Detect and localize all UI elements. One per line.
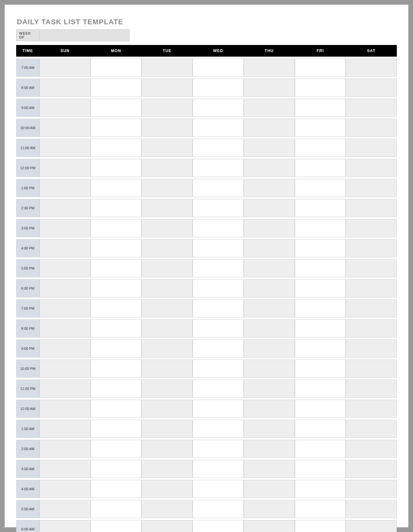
task-cell[interactable]	[346, 480, 397, 498]
task-cell[interactable]	[346, 380, 397, 398]
task-cell[interactable]	[193, 139, 244, 157]
task-cell[interactable]	[346, 460, 397, 478]
task-cell[interactable]	[91, 159, 142, 177]
task-cell[interactable]	[193, 500, 244, 518]
task-cell[interactable]	[39, 480, 91, 498]
task-cell[interactable]	[39, 219, 91, 237]
task-cell[interactable]	[346, 259, 397, 277]
task-cell[interactable]	[244, 420, 295, 438]
task-cell[interactable]	[244, 119, 295, 137]
task-cell[interactable]	[295, 119, 346, 137]
task-cell[interactable]	[295, 400, 346, 418]
task-cell[interactable]	[244, 239, 295, 257]
task-cell[interactable]	[193, 159, 244, 177]
task-cell[interactable]	[39, 159, 91, 177]
task-cell[interactable]	[39, 400, 91, 418]
task-cell[interactable]	[39, 299, 91, 317]
task-cell[interactable]	[141, 259, 193, 277]
task-cell[interactable]	[244, 159, 295, 177]
task-cell[interactable]	[244, 339, 295, 358]
task-cell[interactable]	[346, 59, 397, 77]
task-cell[interactable]	[295, 420, 346, 438]
task-cell[interactable]	[91, 259, 142, 277]
task-cell[interactable]	[346, 199, 397, 217]
task-cell[interactable]	[295, 279, 346, 297]
task-cell[interactable]	[39, 199, 91, 217]
task-cell[interactable]	[244, 79, 295, 97]
task-cell[interactable]	[141, 319, 193, 338]
task-cell[interactable]	[141, 420, 193, 438]
task-cell[interactable]	[244, 360, 295, 378]
task-cell[interactable]	[91, 99, 142, 117]
task-cell[interactable]	[346, 159, 397, 177]
task-cell[interactable]	[295, 480, 346, 498]
task-cell[interactable]	[91, 480, 142, 498]
task-cell[interactable]	[91, 420, 142, 438]
task-cell[interactable]	[193, 380, 244, 398]
task-cell[interactable]	[346, 99, 397, 117]
task-cell[interactable]	[91, 199, 142, 217]
task-cell[interactable]	[91, 339, 142, 358]
task-cell[interactable]	[193, 239, 244, 257]
task-cell[interactable]	[193, 219, 244, 237]
task-cell[interactable]	[346, 119, 397, 137]
task-cell[interactable]	[193, 360, 244, 378]
task-cell[interactable]	[295, 179, 346, 197]
task-cell[interactable]	[244, 99, 295, 117]
task-cell[interactable]	[193, 520, 244, 532]
task-cell[interactable]	[295, 199, 346, 217]
task-cell[interactable]	[295, 299, 346, 317]
task-cell[interactable]	[39, 59, 91, 77]
task-cell[interactable]	[346, 79, 397, 97]
task-cell[interactable]	[244, 279, 295, 297]
task-cell[interactable]	[39, 420, 91, 438]
task-cell[interactable]	[141, 239, 193, 257]
task-cell[interactable]	[346, 400, 397, 418]
task-cell[interactable]	[346, 360, 397, 378]
week-of-field[interactable]	[39, 29, 129, 41]
task-cell[interactable]	[39, 279, 91, 297]
task-cell[interactable]	[346, 339, 397, 358]
task-cell[interactable]	[193, 420, 244, 438]
task-cell[interactable]	[244, 460, 295, 478]
task-cell[interactable]	[91, 500, 142, 518]
task-cell[interactable]	[141, 480, 193, 498]
task-cell[interactable]	[295, 319, 346, 338]
task-cell[interactable]	[295, 239, 346, 257]
task-cell[interactable]	[91, 460, 142, 478]
task-cell[interactable]	[244, 319, 295, 338]
task-cell[interactable]	[295, 380, 346, 398]
task-cell[interactable]	[39, 380, 91, 398]
task-cell[interactable]	[193, 79, 244, 97]
task-cell[interactable]	[39, 460, 91, 478]
task-cell[interactable]	[193, 339, 244, 358]
task-cell[interactable]	[91, 239, 142, 257]
task-cell[interactable]	[295, 500, 346, 518]
task-cell[interactable]	[141, 380, 193, 398]
task-cell[interactable]	[244, 480, 295, 498]
task-cell[interactable]	[295, 159, 346, 177]
task-cell[interactable]	[193, 299, 244, 317]
task-cell[interactable]	[244, 139, 295, 157]
task-cell[interactable]	[91, 139, 142, 157]
task-cell[interactable]	[39, 500, 91, 518]
task-cell[interactable]	[39, 259, 91, 277]
task-cell[interactable]	[193, 279, 244, 297]
task-cell[interactable]	[39, 79, 91, 97]
task-cell[interactable]	[346, 299, 397, 317]
task-cell[interactable]	[244, 259, 295, 277]
task-cell[interactable]	[295, 339, 346, 358]
task-cell[interactable]	[295, 99, 346, 117]
task-cell[interactable]	[39, 440, 91, 458]
task-cell[interactable]	[244, 179, 295, 197]
task-cell[interactable]	[91, 219, 142, 237]
task-cell[interactable]	[39, 99, 91, 117]
task-cell[interactable]	[141, 119, 193, 137]
task-cell[interactable]	[346, 319, 397, 338]
task-cell[interactable]	[193, 119, 244, 137]
task-cell[interactable]	[346, 219, 397, 237]
task-cell[interactable]	[141, 279, 193, 297]
task-cell[interactable]	[141, 440, 193, 458]
task-cell[interactable]	[193, 59, 244, 77]
task-cell[interactable]	[141, 400, 193, 418]
